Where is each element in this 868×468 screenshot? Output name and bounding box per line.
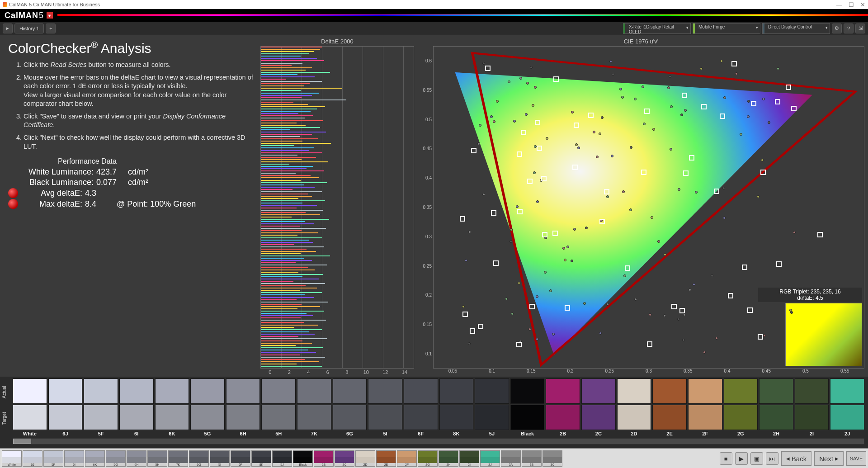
swatch-target[interactable] bbox=[84, 405, 118, 430]
save-button[interactable]: SAVE bbox=[846, 451, 866, 466]
swatch-actual[interactable] bbox=[688, 378, 722, 404]
mini-swatch[interactable]: Black bbox=[293, 450, 313, 467]
swatch-actual[interactable] bbox=[404, 378, 438, 404]
mini-swatch[interactable]: 2D bbox=[355, 450, 375, 467]
swatch-actual[interactable] bbox=[617, 378, 651, 404]
mini-swatch[interactable]: 2C bbox=[335, 450, 354, 467]
swatch-actual[interactable] bbox=[439, 378, 474, 404]
mini-swatch[interactable]: 2E bbox=[376, 450, 396, 467]
swatch-actual[interactable] bbox=[546, 378, 580, 404]
play-button[interactable]: ▸ bbox=[3, 24, 13, 33]
swatch-actual[interactable] bbox=[830, 378, 864, 404]
swatch-actual[interactable] bbox=[475, 378, 509, 404]
swatch-target[interactable] bbox=[404, 405, 438, 430]
swatch-actual[interactable] bbox=[261, 378, 296, 404]
swatch-actual[interactable] bbox=[795, 378, 829, 404]
expand-button[interactable]: ⇲ bbox=[855, 24, 865, 33]
swatch-target[interactable] bbox=[297, 405, 331, 430]
swatch-actual[interactable] bbox=[652, 378, 687, 404]
swatch-target[interactable] bbox=[830, 405, 864, 430]
maximize-icon[interactable]: ☐ bbox=[849, 1, 854, 8]
settings-button[interactable]: ⚙ bbox=[832, 24, 842, 33]
swatch-label: 2F bbox=[688, 431, 722, 436]
device-dropdown[interactable]: Mobile Forge▾ bbox=[693, 23, 760, 34]
scrollbar-thumb[interactable] bbox=[13, 439, 31, 444]
swatch-target[interactable] bbox=[261, 405, 296, 430]
mini-swatch[interactable]: 5F bbox=[43, 450, 63, 467]
swatch-target[interactable] bbox=[688, 405, 722, 430]
help-button[interactable]: ? bbox=[844, 24, 854, 33]
swatch-actual[interactable] bbox=[333, 378, 367, 404]
swatch-actual[interactable] bbox=[48, 378, 83, 404]
swatch-actual[interactable] bbox=[759, 378, 793, 404]
swatch-target[interactable] bbox=[475, 405, 509, 430]
next-button[interactable]: Next ▸ bbox=[814, 451, 844, 466]
swatch-actual[interactable] bbox=[13, 378, 47, 404]
mini-swatch[interactable]: 6G bbox=[189, 450, 209, 467]
mini-swatch[interactable]: 2I bbox=[459, 450, 479, 467]
swatch-target[interactable] bbox=[190, 405, 225, 430]
device-dropdown[interactable]: X-Rite i1Display RetailOLED▾ bbox=[623, 23, 691, 34]
mini-swatch[interactable]: 5I bbox=[210, 450, 230, 467]
mini-swatch[interactable]: 2H bbox=[439, 450, 458, 467]
mini-swatch[interactable]: 5G bbox=[106, 450, 126, 467]
swatch-target[interactable] bbox=[510, 405, 545, 430]
swatch-target[interactable] bbox=[226, 405, 260, 430]
mini-swatch[interactable]: 6K bbox=[85, 450, 105, 467]
read-series-button[interactable]: ⏭ bbox=[766, 452, 778, 465]
swatch-actual[interactable] bbox=[724, 378, 758, 404]
stop-button[interactable]: ■ bbox=[720, 452, 732, 465]
mini-swatch[interactable]: 6J bbox=[23, 450, 42, 467]
mini-swatch[interactable]: 2B bbox=[314, 450, 334, 467]
close-icon[interactable]: ✕ bbox=[860, 1, 865, 8]
read-continuous-button[interactable]: ▣ bbox=[750, 452, 763, 465]
mini-swatch[interactable]: 5H bbox=[147, 450, 167, 467]
swatch-target[interactable] bbox=[13, 405, 47, 430]
mini-swatch[interactable]: 6F bbox=[231, 450, 250, 467]
add-tab-button[interactable]: + bbox=[46, 24, 56, 33]
mini-swatch[interactable]: 3A bbox=[501, 450, 521, 467]
back-button[interactable]: ◂ Back bbox=[781, 451, 811, 466]
mini-swatch[interactable]: 6I bbox=[64, 450, 84, 467]
mini-swatch[interactable]: 2J bbox=[480, 450, 500, 467]
swatch-target[interactable] bbox=[439, 405, 474, 430]
minimize-icon[interactable]: — bbox=[836, 1, 842, 8]
play-button[interactable]: ▶ bbox=[735, 452, 748, 465]
mini-swatch[interactable]: 7K bbox=[168, 450, 188, 467]
swatch-target[interactable] bbox=[119, 405, 154, 430]
swatch-target[interactable] bbox=[795, 405, 829, 430]
swatch-target[interactable] bbox=[581, 405, 616, 430]
swatch-actual[interactable] bbox=[190, 378, 225, 404]
swatch-actual[interactable] bbox=[368, 378, 402, 404]
swatch-actual[interactable] bbox=[155, 378, 189, 404]
swatch-actual[interactable] bbox=[84, 378, 118, 404]
swatch-actual[interactable] bbox=[581, 378, 616, 404]
mini-swatch[interactable]: 3B bbox=[522, 450, 542, 467]
swatch-target[interactable] bbox=[652, 405, 687, 430]
swatch-target[interactable] bbox=[724, 405, 758, 430]
mini-swatch[interactable]: 2F bbox=[397, 450, 417, 467]
mini-swatch[interactable]: 2G bbox=[418, 450, 438, 467]
swatch-target[interactable] bbox=[155, 405, 189, 430]
swatch-actual[interactable] bbox=[297, 378, 331, 404]
mini-swatch[interactable]: 3C bbox=[542, 450, 562, 467]
swatch-target[interactable] bbox=[368, 405, 402, 430]
swatch-target[interactable] bbox=[48, 405, 83, 430]
swatch-target[interactable] bbox=[617, 405, 651, 430]
device-dropdown[interactable]: Direct Display Control▾ bbox=[762, 23, 830, 34]
mini-swatch[interactable]: White bbox=[2, 450, 22, 467]
brand-menu-dropdown[interactable] bbox=[47, 12, 53, 19]
swatch-target[interactable] bbox=[759, 405, 793, 430]
mini-swatch[interactable]: 8K bbox=[251, 450, 271, 467]
mini-swatch[interactable]: 6H bbox=[127, 450, 146, 467]
history-tab[interactable]: History 1 bbox=[14, 24, 44, 33]
swatch-actual[interactable] bbox=[226, 378, 260, 404]
mini-swatch[interactable]: 5J bbox=[272, 450, 292, 467]
swatch-actual[interactable] bbox=[510, 378, 545, 404]
cie-plot[interactable]: RGB Triplet: 235, 235, 16 deltaE: 4.5 bbox=[433, 46, 864, 369]
deltae-plot[interactable] bbox=[260, 46, 414, 369]
comparator-scrollbar[interactable] bbox=[13, 438, 864, 444]
swatch-target[interactable] bbox=[546, 405, 580, 430]
swatch-actual[interactable] bbox=[119, 378, 154, 404]
swatch-target[interactable] bbox=[333, 405, 367, 430]
